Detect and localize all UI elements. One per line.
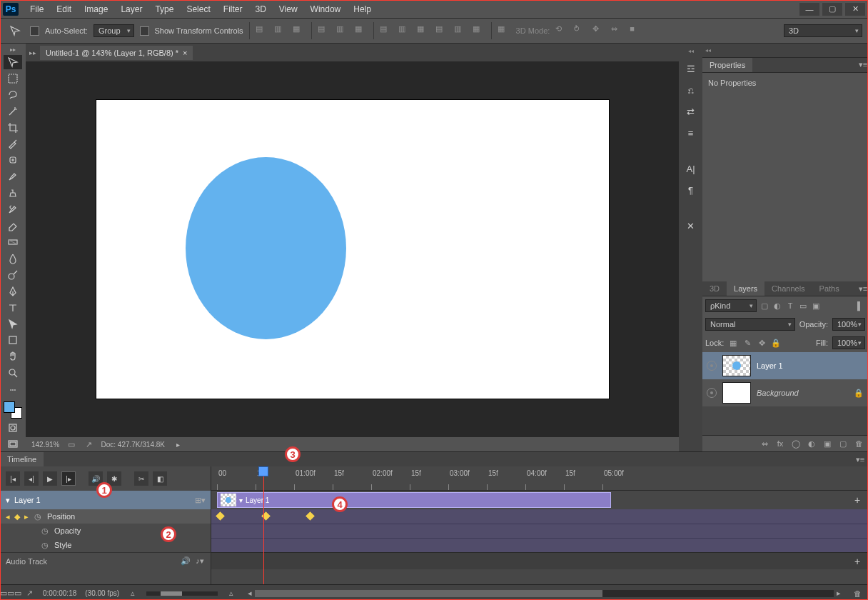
panel-menu-icon[interactable]: ▾≡ bbox=[858, 454, 868, 464]
panel-collapse-icon[interactable]: ◂◂ bbox=[702, 47, 714, 54]
filter-pixel-icon[interactable]: ▢ bbox=[760, 301, 769, 311]
tab-chevron-icon[interactable]: ▸▸ bbox=[26, 49, 40, 56]
quickmask-tool[interactable] bbox=[4, 420, 22, 435]
distribute-icon[interactable]: ▥ bbox=[398, 24, 411, 37]
layer-row-layer1[interactable]: Layer 1 bbox=[702, 352, 868, 379]
next-frame-button[interactable]: |▸ bbox=[61, 471, 76, 486]
keyframe-icon[interactable] bbox=[216, 511, 225, 521]
layer-thumbnail[interactable] bbox=[722, 382, 751, 404]
color-swatches[interactable] bbox=[4, 401, 22, 419]
keyframe-diamond-icon[interactable]: ◆ bbox=[14, 512, 20, 521]
prev-keyframe-icon[interactable]: ◂ bbox=[6, 512, 10, 521]
distribute-icon[interactable]: ▤ bbox=[380, 24, 393, 37]
timeline-clip-layer1[interactable]: ▾ Layer 1 bbox=[217, 492, 611, 508]
playhead[interactable] bbox=[263, 466, 264, 584]
auto-select-dropdown[interactable]: Group bbox=[94, 24, 134, 37]
character-icon[interactable]: A| bbox=[684, 161, 698, 176]
filter-adjust-icon[interactable]: ◐ bbox=[772, 301, 782, 311]
minimize-button[interactable]: — bbox=[799, 3, 819, 16]
toolbar-expand-icon[interactable]: ▸▸ bbox=[8, 46, 18, 54]
keyframe-track-opacity[interactable] bbox=[211, 524, 868, 538]
visibility-toggle-icon[interactable] bbox=[707, 361, 717, 371]
new-layer-icon[interactable]: ▢ bbox=[838, 439, 848, 449]
menu-image[interactable]: Image bbox=[79, 1, 113, 17]
status-icon[interactable]: ↗ bbox=[84, 439, 94, 449]
filter-shape-icon[interactable]: ▭ bbox=[798, 301, 808, 311]
close-button[interactable]: ✕ bbox=[845, 3, 865, 16]
layer-mask-icon[interactable]: ◯ bbox=[791, 439, 801, 449]
shelf-collapse-icon[interactable]: ◂◂ bbox=[688, 48, 694, 54]
eyedropper-tool[interactable] bbox=[4, 136, 22, 151]
menu-view[interactable]: View bbox=[273, 1, 303, 17]
3d-orbit-icon[interactable]: ⟲ bbox=[555, 24, 568, 37]
align-icon[interactable]: ▤ bbox=[256, 24, 268, 37]
playhead-handle-icon[interactable] bbox=[258, 466, 268, 476]
canvas-viewport[interactable] bbox=[26, 61, 679, 437]
blend-mode-dropdown[interactable]: Normal bbox=[705, 318, 795, 331]
type-tool[interactable] bbox=[4, 300, 22, 315]
stopwatch-icon[interactable]: ◷ bbox=[40, 526, 50, 536]
timeline-prop-style[interactable]: ◷ Style bbox=[0, 538, 211, 552]
doc-info-arrow-icon[interactable]: ▸ bbox=[176, 441, 180, 449]
path-selection-tool[interactable] bbox=[4, 316, 22, 331]
styles-icon[interactable]: ⎌ bbox=[684, 83, 698, 97]
adjustments-icon[interactable]: ☲ bbox=[684, 61, 698, 76]
blur-tool[interactable] bbox=[4, 251, 22, 266]
link-layers-icon[interactable]: ⇔ bbox=[760, 439, 769, 449]
scroll-right-icon[interactable]: ▸ bbox=[834, 589, 844, 599]
align-icon[interactable]: ≡ bbox=[684, 126, 698, 140]
brush-tool[interactable] bbox=[4, 169, 22, 184]
first-frame-button[interactable]: |◂ bbox=[6, 471, 20, 486]
distribute-icon[interactable]: ▤ bbox=[435, 24, 448, 37]
delete-layer-icon[interactable]: 🗑 bbox=[854, 439, 864, 449]
menu-3d[interactable]: 3D bbox=[249, 1, 271, 17]
lock-paint-icon[interactable]: ✎ bbox=[742, 338, 752, 348]
properties-tab[interactable]: Properties bbox=[702, 58, 752, 72]
layer-row-background[interactable]: Background 🔒 bbox=[702, 379, 868, 406]
3d-tab[interactable]: 3D bbox=[702, 281, 727, 296]
status-icon[interactable]: ▭ bbox=[66, 439, 76, 449]
close-tab-icon[interactable]: × bbox=[183, 49, 187, 57]
distribute-icon[interactable]: ▥ bbox=[336, 24, 349, 37]
zoom-out-icon[interactable]: ▵ bbox=[128, 589, 138, 599]
distribute-icon[interactable]: ▤ bbox=[318, 24, 330, 37]
current-time[interactable]: 0:00:00:18 bbox=[43, 589, 76, 597]
paths-tab[interactable]: Paths bbox=[812, 281, 847, 296]
add-audio-button[interactable]: + bbox=[851, 555, 864, 568]
visibility-toggle-icon[interactable] bbox=[707, 388, 717, 398]
layer-thumbnail[interactable] bbox=[722, 355, 751, 376]
clip-expand-icon[interactable]: ▾ bbox=[239, 496, 243, 504]
timeline-audio-row[interactable]: Audio Track 🔊 ♪▾ bbox=[0, 552, 211, 569]
lock-transparent-icon[interactable]: ▦ bbox=[728, 338, 738, 348]
stopwatch-icon[interactable]: ◷ bbox=[33, 511, 43, 521]
split-button[interactable]: ✂ bbox=[134, 471, 148, 486]
move-tool[interactable] bbox=[4, 55, 22, 70]
magic-wand-tool[interactable] bbox=[4, 104, 22, 119]
render-icon[interactable]: ↗ bbox=[24, 589, 34, 599]
play-button[interactable]: ▶ bbox=[43, 471, 57, 486]
keyframe-track-style[interactable] bbox=[211, 538, 868, 552]
keyframe-track-position[interactable] bbox=[211, 509, 868, 524]
fps-label[interactable]: (30.00 fps) bbox=[85, 589, 119, 597]
swap-icon[interactable]: ⇄ bbox=[684, 104, 698, 119]
paragraph-icon[interactable]: ¶ bbox=[684, 183, 698, 197]
menu-file[interactable]: File bbox=[24, 1, 49, 17]
show-transform-checkbox[interactable] bbox=[140, 26, 149, 36]
menu-edit[interactable]: Edit bbox=[51, 1, 77, 17]
healing-brush-tool[interactable] bbox=[4, 153, 22, 168]
eraser-tool[interactable] bbox=[4, 219, 22, 234]
3d-pan-icon[interactable]: ✥ bbox=[592, 24, 605, 37]
zoom-value[interactable]: 142.91% bbox=[31, 441, 59, 449]
panel-menu-icon[interactable]: ▾≡ bbox=[858, 284, 868, 294]
filter-toggle-icon[interactable]: ▌ bbox=[855, 301, 865, 311]
distribute-icon[interactable]: ▦ bbox=[355, 24, 368, 37]
menu-layer[interactable]: Layer bbox=[115, 1, 148, 17]
stopwatch-icon[interactable]: ◷ bbox=[40, 540, 50, 550]
menu-help[interactable]: Help bbox=[348, 1, 377, 17]
menu-filter[interactable]: Filter bbox=[218, 1, 248, 17]
dodge-tool[interactable] bbox=[4, 267, 22, 282]
3d-roll-icon[interactable]: ⥁ bbox=[574, 24, 587, 37]
timeline-prop-position[interactable]: ◂ ◆ ▸ ◷ Position bbox=[0, 509, 211, 524]
foreground-color-swatch[interactable] bbox=[4, 401, 15, 413]
document-tab[interactable]: Untitled-1 @ 143% (Layer 1, RGB/8) * × bbox=[40, 46, 193, 60]
